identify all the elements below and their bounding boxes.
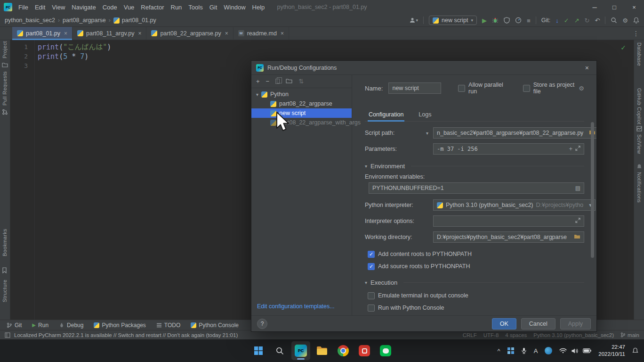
move-to-folder-icon[interactable] <box>286 78 292 85</box>
notification-bell-icon[interactable] <box>632 347 638 354</box>
tree-node-part08-22-argparse-with-args[interactable]: part08_22_argparse_with_args <box>251 118 352 127</box>
dialog-scrollbar[interactable] <box>591 122 594 258</box>
debug-button[interactable] <box>492 17 499 24</box>
more-tabs-icon[interactable]: ⋮ <box>633 30 639 37</box>
sidebar-item-bookmarks[interactable]: Bookmarks <box>2 229 8 256</box>
menu-vue[interactable]: Vue <box>121 2 138 13</box>
sidebar-item-structure[interactable]: Structure <box>2 280 8 302</box>
toolwindow-git[interactable]: Git <box>7 322 22 329</box>
toolwindow-debug[interactable]: Debug <box>59 322 83 329</box>
tray-blue-app-icon[interactable] <box>545 347 552 354</box>
python-interpreter-select[interactable]: Python 3.10 (python_basic_sec2) D:¥proje… <box>433 199 596 211</box>
apply-button[interactable]: Apply <box>560 318 591 329</box>
environment-section-header[interactable]: ▾ Environment <box>365 161 584 171</box>
profiler-button[interactable] <box>515 17 522 24</box>
expand-field-icon[interactable] <box>575 218 580 224</box>
toolwindow-python-packages[interactable]: Python Packages <box>94 322 145 329</box>
tray-chevron-up-icon[interactable]: ^ <box>498 347 500 354</box>
store-options-gear-icon[interactable]: ⚙ <box>579 85 584 92</box>
edit-variables-icon[interactable]: ▤ <box>575 185 580 191</box>
working-directory-input[interactable]: D:¥projects¥python_basic_sec2¥part08_arg… <box>433 231 584 243</box>
taskbar-red-app-button[interactable] <box>355 341 374 360</box>
run-with-python-console-checkbox[interactable]: Run with Python Console <box>368 303 584 313</box>
coverage-button[interactable] <box>504 17 510 24</box>
interpreter-options-input[interactable] <box>433 215 584 227</box>
execution-section-header[interactable]: ▾ Execution <box>365 278 584 287</box>
sidebar-item-project[interactable]: Project <box>2 41 8 58</box>
close-icon[interactable]: × <box>225 30 228 37</box>
copy-configuration-icon[interactable] <box>275 79 280 84</box>
help-button[interactable]: ? <box>257 319 267 329</box>
stop-button[interactable]: ■ <box>527 17 531 24</box>
close-icon[interactable]: × <box>64 30 67 37</box>
toolwindow-todo[interactable]: TODO <box>156 322 180 329</box>
rollback-icon[interactable]: ↶ <box>595 17 600 24</box>
line-separator-widget[interactable]: CRLF <box>463 332 477 338</box>
tab-logs[interactable]: Logs <box>418 108 432 121</box>
close-button[interactable]: × <box>624 0 644 14</box>
code-area[interactable]: print("こんばんは") print(5 * 7) <box>35 40 111 320</box>
tool-window-switcher-icon[interactable] <box>5 332 10 338</box>
sidebar-item-pull-requests[interactable]: Pull Requests <box>2 71 8 106</box>
menu-edit[interactable]: Edit <box>32 2 48 13</box>
tab-part08-22-argparse[interactable]: part08_22_argparse.py × <box>146 27 233 40</box>
browse-folder-icon[interactable] <box>574 234 580 240</box>
tab-part08-01[interactable]: part08_01.py × <box>12 27 72 40</box>
interpreter-widget[interactable]: Python 3.10 (python_basic_sec2) <box>533 332 614 338</box>
refresh-icon[interactable]: ↻ <box>585 17 590 24</box>
menu-code[interactable]: Code <box>99 2 121 13</box>
menu-run[interactable]: Run <box>168 2 185 13</box>
allow-parallel-run-checkbox[interactable]: Allow parallel run <box>458 82 509 95</box>
sort-configurations-icon[interactable]: ⇅ <box>298 78 304 85</box>
cancel-button[interactable]: Cancel <box>521 318 555 329</box>
add-configuration-icon[interactable]: + <box>256 78 260 85</box>
inspections-ok-icon[interactable]: ✓ <box>620 44 626 51</box>
encoding-widget[interactable]: UTF-8 <box>483 332 499 338</box>
notifications-bell-icon[interactable] <box>633 17 639 24</box>
add-content-roots-checkbox[interactable]: Add content roots to PYTHONPATH <box>368 249 584 259</box>
taskbar-pycharm-button[interactable]: PC <box>291 341 310 360</box>
tab-configuration[interactable]: Configuration <box>368 108 404 121</box>
git-update-icon[interactable]: ↓ <box>555 17 559 24</box>
maximize-button[interactable]: □ <box>604 0 624 14</box>
tab-part08-11-argv[interactable]: part08_11_argv.py × <box>72 27 146 40</box>
sidebar-item-database[interactable]: Database <box>636 42 642 66</box>
dialog-title-bar[interactable]: PC Run/Debug Configurations × <box>251 61 596 75</box>
remove-configuration-icon[interactable]: − <box>266 78 270 85</box>
minimize-button[interactable]: ─ <box>585 0 604 14</box>
breadcrumb-file[interactable]: part08_01.py <box>113 17 156 24</box>
microphone-icon[interactable] <box>521 347 527 354</box>
ime-indicator[interactable]: A <box>534 347 538 354</box>
toolwindow-python-console[interactable]: Python Console <box>191 322 239 329</box>
dialog-close-icon[interactable]: × <box>582 64 592 72</box>
taskbar-green-app-button[interactable] <box>376 341 395 360</box>
indent-widget[interactable]: 4 spaces <box>505 332 527 338</box>
menu-file[interactable]: File <box>15 2 32 13</box>
taskbar-clock[interactable]: 22:47 2022/10/11 <box>598 344 625 358</box>
search-everywhere-icon[interactable] <box>611 17 617 24</box>
menu-refactor[interactable]: Refactor <box>137 2 167 13</box>
git-push-icon[interactable]: ↗ <box>574 17 580 24</box>
menu-help[interactable]: Help <box>249 2 268 13</box>
chevron-down-icon[interactable]: ▾ <box>426 131 428 136</box>
start-button[interactable] <box>249 341 268 360</box>
tree-node-python[interactable]: ▾ Python <box>251 90 352 99</box>
menu-view[interactable]: View <box>48 2 68 13</box>
status-message[interactable]: Localized PyCharm 2022.2.1 is available … <box>14 332 238 338</box>
parameters-input[interactable]: -m 37 -i 256 + <box>433 143 584 155</box>
add-source-roots-checkbox[interactable]: Add source roots to PYTHONPATH <box>368 262 584 271</box>
close-icon[interactable]: × <box>281 30 284 37</box>
taskbar-search-button[interactable] <box>270 341 289 360</box>
sidebar-item-github-copilot[interactable]: GitHub Copilot <box>636 88 642 124</box>
tree-node-part08-22-argparse[interactable]: part08_22_argparse <box>251 99 352 108</box>
taskbar-explorer-button[interactable] <box>313 341 331 360</box>
menu-tools[interactable]: Tools <box>185 2 206 13</box>
environment-variables-input[interactable]: PYTHONUNBUFFERED=1 ▤ <box>369 182 584 194</box>
ok-button[interactable]: OK <box>492 318 516 329</box>
store-as-project-file-checkbox[interactable]: Store as project file <box>523 82 579 95</box>
network-volume-battery-group[interactable] <box>559 348 591 354</box>
breadcrumb-project[interactable]: python_basic_sec2 <box>5 17 55 24</box>
run-configuration-select[interactable]: new script ▾ <box>429 16 477 25</box>
emulate-terminal-checkbox[interactable]: Emulate terminal in output console <box>368 291 584 300</box>
menu-git[interactable]: Git <box>206 2 221 13</box>
